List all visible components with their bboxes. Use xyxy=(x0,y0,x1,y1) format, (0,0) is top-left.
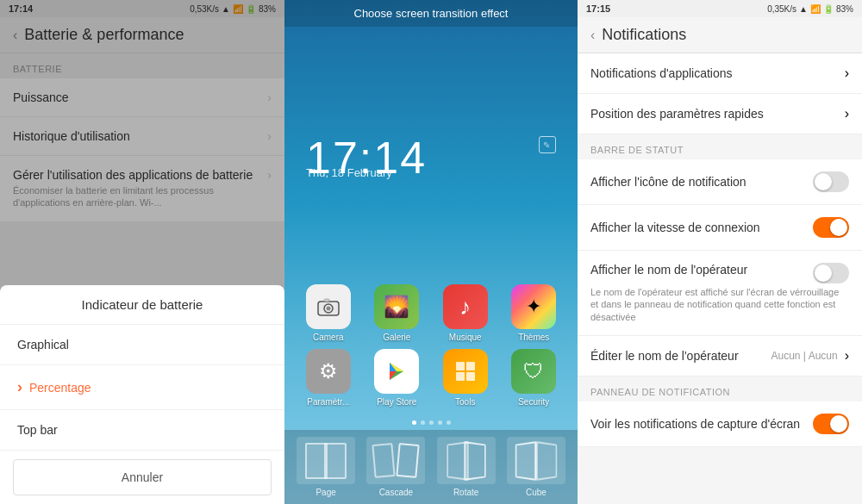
app-notif-label: Notifications d'applications xyxy=(590,66,845,80)
app-tools[interactable]: Tools xyxy=(434,349,497,407)
page-label: Page xyxy=(315,488,335,497)
transition-cascade[interactable]: Cascade xyxy=(363,437,428,497)
bottom-sheet-item-graphical[interactable]: Graphical xyxy=(0,325,284,365)
tools-label: Tools xyxy=(455,397,475,407)
section-label-statut: BARRE DE STATUT xyxy=(578,134,862,159)
edit-operator-label: Éditer le nom de l'opérateur xyxy=(590,349,771,363)
transition-panel: Choose screen transition effect 17:14 ✎ … xyxy=(284,0,578,504)
clock-area: 17:14 ✎ Thu, 18 February xyxy=(284,27,578,276)
show-icon-label: Afficher l'icône de notification xyxy=(590,175,813,189)
playstore-label: Play Store xyxy=(377,397,416,407)
edit-operator-right: Aucun | Aucun › xyxy=(771,348,849,364)
chevron-quick-settings: › xyxy=(845,106,849,121)
app-settings[interactable]: ⚙ Paramètr... xyxy=(297,349,359,407)
back-header-3[interactable]: ‹ Notifications xyxy=(578,17,862,53)
operator-label: Afficher le nom de l'opérateur xyxy=(590,263,747,277)
rotate-label: Rotate xyxy=(453,488,478,497)
app-themes[interactable]: ✦ Thèmes xyxy=(503,284,565,342)
chevron-edit-operator: › xyxy=(845,348,849,364)
gallery-icon: 🌄 xyxy=(374,284,419,329)
cube-preview xyxy=(507,437,565,484)
notif-quick-settings[interactable]: Position des paramètres rapides › xyxy=(578,94,862,134)
dot-3 xyxy=(429,420,434,425)
status-icons-3: 0,35K/s ▲ 📶 🔋 83% xyxy=(767,4,853,14)
clock-edit-icon[interactable]: ✎ xyxy=(539,136,556,153)
toggle-knob-screenshot xyxy=(830,415,847,432)
toggle-knob-show-icon xyxy=(815,173,832,190)
settings-label: Paramètr... xyxy=(307,397,349,407)
notif-edit-operator[interactable]: Éditer le nom de l'opérateur Aucun | Auc… xyxy=(578,336,862,376)
notif-app-notifications[interactable]: Notifications d'applications › xyxy=(578,53,862,94)
svg-rect-8 xyxy=(456,362,465,370)
signal-icon-3: 📶 xyxy=(810,4,821,14)
toggle-knob-operator xyxy=(815,264,832,282)
dot-2 xyxy=(421,420,425,425)
page-dots xyxy=(284,415,578,430)
status-bar-3: 17:15 0,35K/s ▲ 📶 🔋 83% xyxy=(578,0,862,17)
app-gallery[interactable]: 🌄 Galerie xyxy=(366,284,428,342)
cancel-button[interactable]: Annuler xyxy=(13,459,272,495)
settings-icon: ⚙ xyxy=(306,349,351,394)
cube-label: Cube xyxy=(526,488,547,497)
notif-operator-name: Afficher le nom de l'opérateur Le nom de… xyxy=(578,251,862,336)
svg-rect-10 xyxy=(456,372,465,381)
bottom-sheet-overlay: Indicateur de batterie Graphical Percent… xyxy=(0,0,284,504)
transition-header: Choose screen transition effect xyxy=(284,0,578,27)
app-music[interactable]: ♪ Musique xyxy=(434,284,497,342)
app-camera[interactable]: Camera xyxy=(297,284,359,342)
toggle-operator[interactable] xyxy=(813,263,849,283)
app-security[interactable]: 🛡 Security xyxy=(503,349,565,407)
playstore-icon xyxy=(374,349,419,394)
svg-rect-11 xyxy=(466,372,475,381)
show-speed-label: Afficher la vitesse de connexion xyxy=(590,221,813,234)
speed-3: 0,35K/s xyxy=(767,4,796,14)
transition-row: Page Cascade Rotate Cube xyxy=(284,430,578,504)
music-label: Musique xyxy=(449,333,482,342)
bottom-sheet-item-topbar[interactable]: Top bar xyxy=(0,410,284,451)
battery-panel: 17:14 0,53K/s ▲ 📶 🔋 83% ‹ Batterie & per… xyxy=(0,0,284,504)
clock-date: Thu, 18 February xyxy=(306,166,556,179)
bottom-sheet-item-percentage[interactable]: Percentage xyxy=(0,365,284,410)
bottom-sheet: Indicateur de batterie Graphical Percent… xyxy=(0,285,284,504)
camera-icon xyxy=(306,284,351,329)
dot-5 xyxy=(447,420,451,425)
transition-cube[interactable]: Cube xyxy=(503,437,569,497)
notif-screenshot[interactable]: Voir les notifications de capture d'écra… xyxy=(578,401,862,447)
time-3: 17:15 xyxy=(586,3,610,14)
screenshot-label: Voir les notifications de capture d'écra… xyxy=(590,417,813,431)
notif-show-icon[interactable]: Afficher l'icône de notification xyxy=(578,159,862,205)
section-label-notif-panel: PANNEAU DE NOTIFICATION xyxy=(578,376,862,401)
edit-operator-value: Aucun | Aucun xyxy=(771,350,837,362)
dot-1 xyxy=(412,420,416,425)
gallery-label: Galerie xyxy=(383,333,410,342)
tools-icon xyxy=(443,349,488,394)
transition-page[interactable]: Page xyxy=(293,437,359,497)
wifi-icon-3: ▲ xyxy=(799,4,808,14)
toggle-show-speed[interactable] xyxy=(813,217,849,238)
battery-pct-3: 83% xyxy=(836,4,853,14)
music-icon: ♪ xyxy=(443,284,488,329)
toggle-show-icon[interactable] xyxy=(813,171,849,192)
svg-rect-3 xyxy=(324,299,329,302)
back-chevron-3: ‹ xyxy=(590,28,595,43)
transition-rotate[interactable]: Rotate xyxy=(434,437,499,497)
themes-icon: ✦ xyxy=(511,284,556,329)
cascade-preview xyxy=(366,437,425,484)
notifications-panel: 17:15 0,35K/s ▲ 📶 🔋 83% ‹ Notifications … xyxy=(578,0,862,504)
chevron-app-notif: › xyxy=(845,65,849,81)
toggle-screenshot[interactable] xyxy=(813,414,849,434)
app-grid: Camera 🌄 Galerie ♪ Musique ✦ Thèmes ⚙ Pa… xyxy=(284,276,578,415)
themes-label: Thèmes xyxy=(518,333,549,342)
svg-rect-9 xyxy=(466,362,475,370)
operator-sublabel: Le nom de l'opérateur est affiché sur l'… xyxy=(590,286,849,323)
bottom-sheet-title: Indicateur de batterie xyxy=(0,285,284,325)
dot-4 xyxy=(438,420,442,425)
page-title-3: Notifications xyxy=(602,26,686,44)
notif-show-speed[interactable]: Afficher la vitesse de connexion xyxy=(578,205,862,251)
cascade-label: Cascade xyxy=(379,488,413,497)
camera-label: Camera xyxy=(313,333,344,342)
rotate-preview xyxy=(437,437,496,484)
app-playstore[interactable]: Play Store xyxy=(366,349,428,407)
page-preview xyxy=(297,437,355,484)
security-icon: 🛡 xyxy=(511,349,556,394)
